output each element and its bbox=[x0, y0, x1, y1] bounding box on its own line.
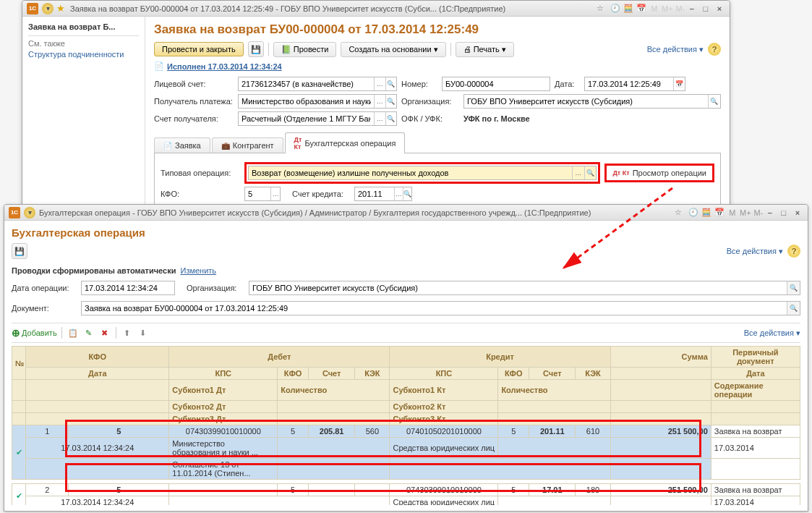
search-icon[interactable]: 🔍 bbox=[584, 166, 597, 179]
credit-acc-input[interactable]: … 🔍 bbox=[354, 187, 412, 201]
col-kfo: КФО bbox=[26, 347, 169, 368]
add-button[interactable]: ⊕Добавить bbox=[12, 327, 57, 339]
titlebar[interactable]: 1C ▾ ★ Заявка на возврат БУ00-000004 от … bbox=[22, 1, 730, 17]
print-button[interactable]: 🖨 Печать ▾ bbox=[456, 42, 514, 57]
m-plus-icon[interactable]: M+ bbox=[662, 3, 673, 14]
col-debit: Дебет bbox=[169, 347, 390, 368]
col-num: № bbox=[12, 347, 26, 380]
search-icon[interactable]: 🔍 bbox=[403, 187, 411, 200]
ofk-label: ОФК / УФК: bbox=[401, 114, 459, 123]
save-icon[interactable]: 💾 bbox=[248, 41, 264, 57]
org-label: Организация: bbox=[401, 97, 459, 106]
doc-input[interactable]: 🔍 bbox=[81, 301, 800, 315]
ellipsis-icon[interactable]: … bbox=[374, 77, 385, 90]
help-icon[interactable]: ? bbox=[787, 245, 800, 258]
type-op-input[interactable]: … 🔍 bbox=[248, 166, 597, 180]
maximize-button[interactable]: □ bbox=[700, 4, 711, 14]
calendar-icon[interactable]: 📅 bbox=[636, 3, 647, 14]
plus-icon: ⊕ bbox=[12, 327, 20, 339]
tab-request[interactable]: 📄Заявка bbox=[154, 137, 210, 153]
minimize-button[interactable]: – bbox=[764, 208, 776, 218]
entries-grid[interactable]: № КФО Дебет Кредит Сумма Первичный докум… bbox=[12, 346, 800, 505]
search-icon[interactable]: 🔍 bbox=[708, 95, 720, 108]
window-title: Заявка на возврат БУ00-000004 от 17.03.2… bbox=[70, 4, 592, 13]
history-icon[interactable]: 🕘 bbox=[610, 3, 621, 14]
calendar-icon[interactable]: 📅 bbox=[714, 207, 725, 219]
window-title: Бухгалтерская операция - ГОБУ ВПО Универ… bbox=[39, 208, 670, 217]
ellipsis-icon[interactable]: … bbox=[394, 187, 403, 200]
account-input[interactable]: … 🔍 bbox=[238, 77, 397, 91]
ellipsis-icon[interactable]: … bbox=[270, 187, 280, 200]
titlebar[interactable]: 1C ▾ Бухгалтерская операция - ГОБУ ВПО У… bbox=[4, 205, 808, 221]
search-icon[interactable]: 🔍 bbox=[787, 281, 800, 294]
status-line: 📄 Исполнен 17.03.2014 12:34:24 bbox=[154, 62, 721, 71]
move-up-icon[interactable]: ⬆ bbox=[121, 326, 134, 339]
print-icon: 🖨 bbox=[463, 45, 471, 54]
doc-label: Документ: bbox=[12, 304, 77, 313]
tabstrip: 📄Заявка 💼Контрагент ДтКтБухгалтерская оп… bbox=[154, 132, 721, 153]
edit-icon[interactable]: ✎ bbox=[82, 326, 95, 339]
date-input[interactable]: 📅 bbox=[584, 77, 685, 91]
close-button[interactable]: × bbox=[792, 208, 803, 218]
close-button[interactable]: × bbox=[714, 4, 725, 14]
star-icon[interactable]: ☆ bbox=[672, 207, 684, 219]
all-actions-grid[interactable]: Все действия ▾ bbox=[744, 328, 800, 338]
view-operation-button[interactable]: Дт Кт Просмотр операции bbox=[604, 164, 714, 182]
copy-icon[interactable]: 📋 bbox=[67, 326, 80, 339]
org-input[interactable]: 🔍 bbox=[463, 94, 721, 109]
m-icon[interactable]: M bbox=[649, 3, 660, 14]
post-button[interactable]: 📗 Провести bbox=[273, 42, 337, 57]
search-icon[interactable]: 🔍 bbox=[385, 77, 396, 90]
kfo-input[interactable]: … bbox=[244, 187, 281, 201]
app-logo-icon: 1C bbox=[9, 207, 20, 219]
table-row[interactable]: ✔ 1 5 07430399010010000 5 205.81 560 074… bbox=[12, 425, 800, 438]
star-icon[interactable]: ☆ bbox=[594, 3, 606, 14]
tab-accounting-op[interactable]: ДтКтБухгалтерская операция bbox=[285, 132, 406, 153]
history-icon[interactable]: 🕘 bbox=[688, 207, 699, 219]
ellipsis-icon[interactable]: … bbox=[572, 166, 584, 179]
help-icon[interactable]: ? bbox=[708, 43, 721, 56]
org-input[interactable]: 🔍 bbox=[249, 281, 800, 295]
move-down-icon[interactable]: ⬇ bbox=[137, 326, 150, 339]
tab-content: Типовая операция: … 🔍 Дт Кт Просмотр опе… bbox=[154, 153, 721, 209]
create-on-button[interactable]: Создать на основании ▾ bbox=[341, 42, 445, 57]
page-title: Заявка на возврат БУ00-000004 от 17.03.2… bbox=[154, 22, 721, 37]
payer-label: Получатель платежа: bbox=[154, 97, 234, 106]
favorite-icon[interactable]: ★ bbox=[56, 3, 65, 14]
search-icon[interactable]: 🔍 bbox=[787, 302, 800, 315]
delete-icon[interactable]: ✖ bbox=[98, 326, 111, 339]
toolbar: Провести и закрыть 💾 📗 Провести Создать … bbox=[154, 41, 721, 57]
grid-toolbar: ⊕Добавить 📋 ✎ ✖ ⬆ ⬇ Все действия ▾ bbox=[12, 323, 800, 343]
change-link[interactable]: Изменить bbox=[180, 266, 216, 275]
ellipsis-icon[interactable]: … bbox=[374, 95, 385, 108]
maximize-button[interactable]: □ bbox=[778, 208, 790, 218]
post-and-close-button[interactable]: Провести и закрыть bbox=[154, 42, 244, 56]
m-minus-icon[interactable]: M- bbox=[675, 3, 686, 14]
tab-counterparty[interactable]: 💼Контрагент bbox=[212, 137, 283, 153]
m-icon[interactable]: M bbox=[727, 207, 738, 219]
opdate-input[interactable] bbox=[81, 281, 175, 295]
all-actions-link[interactable]: Все действия ▾ bbox=[647, 45, 704, 54]
calc-icon[interactable]: 🧮 bbox=[623, 3, 634, 14]
rcpt-acc-input[interactable]: … 🔍 bbox=[238, 111, 397, 126]
all-actions-link[interactable]: Все действия ▾ bbox=[727, 247, 783, 256]
minimize-button[interactable]: – bbox=[686, 4, 698, 14]
number-input[interactable] bbox=[442, 77, 550, 91]
search-icon[interactable]: 🔍 bbox=[385, 112, 396, 125]
check-icon: ✔ bbox=[16, 491, 22, 500]
autogen-label: Проводки сформированы автоматически bbox=[12, 266, 176, 275]
window-return-request: 1C ▾ ★ Заявка на возврат БУ00-000004 от … bbox=[22, 0, 730, 210]
m-minus-icon[interactable]: M- bbox=[753, 207, 764, 219]
calc-icon[interactable]: 🧮 bbox=[701, 207, 712, 219]
dropdown-icon[interactable]: ▾ bbox=[42, 3, 54, 14]
calendar-picker-icon[interactable]: 📅 bbox=[673, 77, 685, 90]
status-link[interactable]: Исполнен 17.03.2014 12:34:24 bbox=[167, 62, 282, 71]
dropdown-icon[interactable]: ▾ bbox=[24, 207, 35, 219]
table-row[interactable]: ✔ 2 5 5 07430399010010000 5 17.01 180 25… bbox=[12, 484, 800, 496]
subordination-link[interactable]: Структура подчиненности bbox=[28, 50, 139, 59]
m-plus-icon[interactable]: M+ bbox=[740, 207, 751, 219]
save-icon[interactable]: 💾 bbox=[12, 243, 27, 259]
search-icon[interactable]: 🔍 bbox=[385, 95, 396, 108]
ellipsis-icon[interactable]: … bbox=[374, 112, 385, 125]
payer-input[interactable]: … 🔍 bbox=[238, 94, 397, 109]
